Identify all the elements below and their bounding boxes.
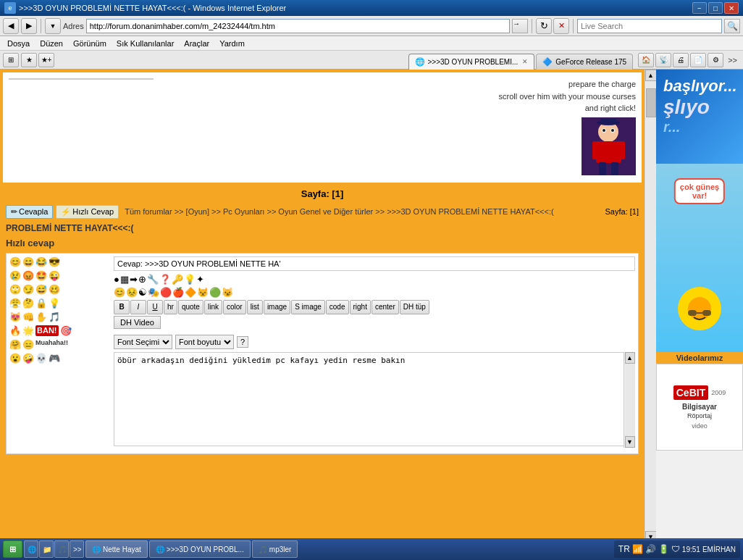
go-button[interactable]: →: [512, 19, 528, 33]
dh-video-button[interactable]: DH Video: [114, 316, 161, 329]
fmt-smiley-11[interactable]: 😣: [126, 287, 138, 298]
fmt-smiley-19[interactable]: 😼: [222, 287, 233, 298]
scroll-up-btn[interactable]: ▲: [625, 352, 635, 364]
smiley-25[interactable]: 😑: [22, 339, 34, 350]
smiley-16[interactable]: 💡: [49, 298, 60, 309]
address-input[interactable]: [86, 19, 510, 33]
smiley-ban[interactable]: BAN!: [35, 325, 59, 336]
smiley-24[interactable]: 🤗: [9, 339, 21, 350]
menu-yardim[interactable]: Yardım: [215, 38, 249, 49]
fmt-smiley-8[interactable]: 💡: [184, 274, 196, 285]
fmt-smiley-2[interactable]: ▦: [120, 274, 129, 285]
smiley-18[interactable]: 👊: [22, 312, 34, 322]
menu-gorunum[interactable]: Görünüm: [69, 38, 111, 49]
menu-duzen[interactable]: Düzen: [35, 38, 67, 49]
fmt-smiley-12[interactable]: ☯: [138, 287, 147, 298]
fmt-smiley-5[interactable]: 🔧: [147, 274, 159, 285]
bookmark-icon[interactable]: ⊞: [3, 53, 19, 67]
center-button[interactable]: center: [372, 300, 399, 314]
tools-icon[interactable]: ⚙: [708, 53, 723, 67]
scroll-up-button[interactable]: ▲: [645, 70, 657, 81]
fmt-smiley-16[interactable]: 🔶: [185, 287, 196, 298]
smiley-6[interactable]: 😡: [22, 270, 34, 281]
dh-tup-button[interactable]: DH tüp: [400, 300, 429, 314]
smiley-2[interactable]: 😄: [22, 256, 34, 267]
smiley-12[interactable]: 🥴: [49, 284, 60, 295]
smiley-1[interactable]: 😊: [9, 256, 21, 267]
fmt-smiley-7[interactable]: 🔑: [172, 274, 183, 285]
underline-button[interactable]: U: [147, 300, 163, 314]
quick-ie-button[interactable]: 🌐: [24, 540, 38, 558]
minimize-button[interactable]: −: [692, 2, 707, 14]
smiley-9[interactable]: 🙄: [9, 284, 21, 295]
taskbar-nette-hayat[interactable]: 🌐 Nette Hayat: [85, 540, 148, 558]
smiley-17[interactable]: 😻: [9, 312, 21, 322]
smiley-27[interactable]: 🤪: [22, 353, 34, 364]
maximize-button[interactable]: □: [708, 2, 723, 14]
fmt-smiley-9[interactable]: ✦: [196, 274, 204, 285]
fmt-smiley-6[interactable]: ❓: [159, 274, 171, 285]
fmt-smiley-17[interactable]: 😾: [197, 287, 209, 298]
tab-3d-oyun[interactable]: 🌐 >>>3D OYUN PROBLEMİ... ✕: [408, 54, 535, 70]
scroll-down-btn[interactable]: ▼: [625, 436, 635, 448]
bold-button[interactable]: B: [114, 300, 130, 314]
smiley-7[interactable]: 🤩: [35, 270, 47, 281]
fmt-smiley-1[interactable]: ●: [114, 274, 119, 285]
smiley-13[interactable]: 😤: [9, 298, 21, 309]
fmt-smiley-4[interactable]: ⊕: [138, 274, 146, 285]
menu-dosya[interactable]: Dosya: [3, 38, 34, 49]
tray-battery[interactable]: 🔋: [658, 544, 669, 554]
hr-button[interactable]: hr: [164, 300, 177, 314]
tray-volume[interactable]: 🔊: [645, 544, 656, 554]
dropdown-button[interactable]: ▼: [45, 18, 61, 34]
cevapla-button[interactable]: ✏ Cevapla: [6, 205, 53, 219]
quick-extra-button[interactable]: >>: [70, 540, 84, 558]
tray-security[interactable]: 🛡: [671, 544, 680, 554]
smiley-8[interactable]: 😜: [49, 270, 60, 281]
fmt-smiley-3[interactable]: ➡: [130, 274, 138, 285]
color-button[interactable]: color: [223, 300, 246, 314]
right-button[interactable]: right: [350, 300, 371, 314]
smiley-15[interactable]: 🔒: [35, 298, 47, 309]
back-button[interactable]: ◀: [3, 18, 19, 34]
smiley-14[interactable]: 🤔: [22, 298, 34, 309]
quick-folder-button[interactable]: 📁: [39, 540, 54, 558]
reply-textarea[interactable]: öbür arkadaşın dediğini yükledim pc kafa…: [114, 352, 635, 446]
menu-araclar[interactable]: Araçlar: [180, 38, 214, 49]
search-input[interactable]: [577, 19, 722, 33]
smiley-29[interactable]: 🎮: [49, 353, 60, 364]
refresh-button[interactable]: ↻: [536, 18, 552, 34]
tab-geforce[interactable]: 🔷 GeForce Release 175: [536, 54, 633, 70]
smiley-26[interactable]: 😮: [9, 353, 21, 364]
overflow-button[interactable]: >>: [725, 56, 740, 64]
print-icon[interactable]: 🖨: [673, 53, 689, 67]
code-button[interactable]: code: [326, 300, 349, 314]
tray-lang[interactable]: TR: [618, 544, 630, 554]
search-go-button[interactable]: 🔍: [724, 19, 740, 33]
taskbar-mp3ler[interactable]: 🎵 mp3ler: [252, 540, 298, 558]
italic-button[interactable]: I: [130, 300, 146, 314]
font-size-select[interactable]: Font boyutu: [175, 335, 234, 349]
forward-button[interactable]: ▶: [21, 18, 37, 34]
tab-close-1[interactable]: ✕: [522, 58, 528, 65]
page-icon[interactable]: 📄: [690, 53, 706, 67]
smiley-4[interactable]: 😎: [49, 256, 60, 267]
smiley-23[interactable]: 🎯: [60, 325, 72, 336]
fmt-smiley-10[interactable]: 😊: [114, 287, 125, 298]
link-button[interactable]: link: [204, 300, 222, 314]
smiley-muahaha[interactable]: Muahaha!!: [35, 339, 68, 350]
smiley-11[interactable]: 😅: [35, 284, 47, 295]
smiley-3[interactable]: 😂: [35, 256, 47, 267]
start-button[interactable]: ⊞: [3, 540, 22, 558]
fmt-smiley-13[interactable]: 🎭: [148, 287, 159, 298]
hizli-cevap-button[interactable]: ⚡ Hızlı Cevap: [56, 205, 119, 219]
smiley-5[interactable]: 😢: [9, 270, 21, 281]
fmt-smiley-18[interactable]: 🟢: [209, 287, 221, 298]
smiley-21[interactable]: 🔥: [9, 325, 21, 336]
help-button[interactable]: ?: [237, 336, 248, 348]
close-button[interactable]: ✕: [724, 2, 739, 14]
list-button[interactable]: list: [247, 300, 263, 314]
scroll-thumb[interactable]: [646, 88, 656, 117]
menu-sik[interactable]: Sık Kullanılanlar: [112, 38, 179, 49]
taskbar-3d-oyun[interactable]: 🌐 >>>3D OYUN PROBL...: [149, 540, 251, 558]
